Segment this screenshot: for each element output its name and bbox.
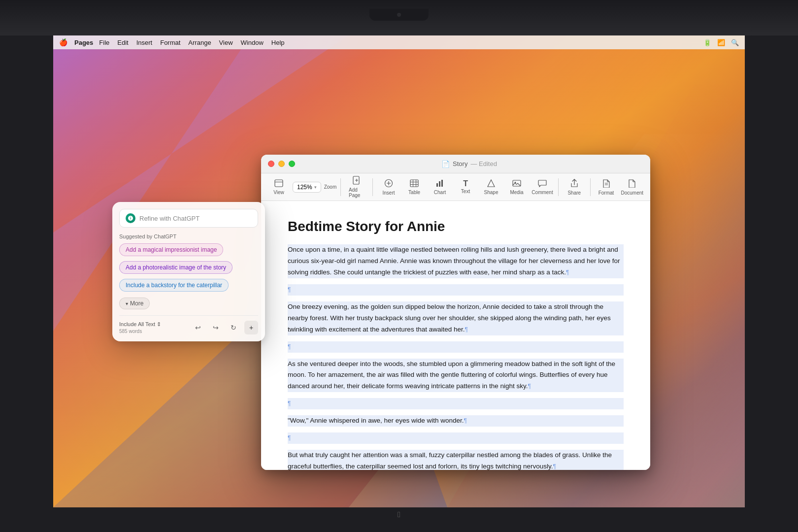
svg-rect-18 [436,183,438,187]
title-text: Story [453,160,467,167]
paragraph-4: "Wow," Annie whispered in awe, her eyes … [288,415,624,427]
app-name[interactable]: Pages [74,39,93,46]
insert-label: Insert [383,190,395,196]
add-page-icon [352,176,361,186]
document-toolbar-icon [628,179,636,189]
more-label: More [130,300,143,307]
suggested-by-label: Suggested by ChatGPT [119,233,258,239]
text-icon: T [463,180,468,188]
search-icon[interactable]: 🔍 [731,39,739,46]
shape-label: Shape [484,190,499,195]
title-subtitle: — Edited [470,160,497,167]
paragraph-2: One breezy evening, as the golden sun di… [288,301,624,335]
chatgpt-input-row[interactable]: Refine with ChatGPT [119,209,258,228]
svg-rect-5 [275,180,283,187]
format-label: Format [598,190,614,196]
media-icon [512,179,521,189]
toolbar-divider-2 [372,178,373,196]
comment-label: Comment [532,190,553,195]
view-label: View [273,190,284,195]
toolbar-format[interactable]: Format [595,177,618,198]
menu-view[interactable]: View [215,38,237,47]
toolbar-document[interactable]: Document [620,177,645,198]
document-title: Bedtime Story for Annie [288,219,624,234]
share-label: Share [567,190,581,196]
toolbar-divider-3 [558,178,559,196]
zoom-value: 125% [297,184,312,191]
menu-format[interactable]: Format [156,38,184,47]
add-page-label: Add Page [349,187,365,198]
word-count: 585 words [119,329,161,334]
include-all-text[interactable]: Include All Text ⇕ [119,321,161,328]
chart-label: Chart [434,190,446,195]
paragraph-break-4: ¶ [288,432,624,444]
text-label: Text [461,189,470,194]
paragraph-break-3: ¶ [288,398,624,409]
suggestions-container: Add a magical impressionist image Add a … [119,243,258,309]
undo-button[interactable]: ↩ [191,321,205,334]
suggestion-photorealistic[interactable]: Add a photorealistic image of the story [119,261,233,274]
panel-footer: Include All Text ⇕ 585 words ↩ ↪ ↻ + [119,315,258,334]
close-button[interactable] [268,161,274,167]
format-icon [602,179,610,189]
include-all-text-label: Include All Text ⇕ [119,321,161,328]
toolbar-text[interactable]: T Text [454,178,477,196]
window-controls [268,161,295,167]
footer-actions: ↩ ↪ ↻ + [191,321,258,334]
apple-logo:  [398,510,400,519]
toolbar-insert[interactable]: Insert [377,177,400,198]
toolbar-shape[interactable]: Shape [479,177,503,197]
toolbar-comment[interactable]: Comment [531,177,554,197]
menu-edit[interactable]: Edit [113,38,132,47]
zoom-control[interactable]: 125% ▾ [293,182,321,193]
chatgpt-logo [126,213,135,223]
more-button[interactable]: ▾ More [119,298,150,309]
paragraph-1: Once upon a time, in a quaint little vil… [288,244,624,278]
document-content: Bedtime Story for Annie Once upon a time… [261,201,650,470]
svg-marker-21 [488,180,495,187]
refresh-button[interactable]: ↻ [227,321,240,334]
chatgpt-input-placeholder: Refine with ChatGPT [139,215,252,222]
media-label: Media [510,190,523,195]
toolbar-share[interactable]: Share [563,177,586,198]
minimize-button[interactable] [278,161,285,167]
maximize-button[interactable] [289,161,295,167]
document-label: Document [621,190,643,196]
menu-help[interactable]: Help [267,38,289,47]
window-titlebar: 📄 Story — Edited [261,155,650,173]
chevron-down-icon: ▾ [126,301,128,306]
footer-left: Include All Text ⇕ 585 words [119,321,161,334]
chatgpt-panel: Refine with ChatGPT Suggested by ChatGPT… [112,202,265,341]
menu-insert[interactable]: Insert [133,38,157,47]
document-icon: 📄 [441,160,450,168]
add-button[interactable]: + [244,321,258,334]
view-icon [274,179,283,189]
toolbar-table[interactable]: Table [402,177,426,197]
toolbar-view[interactable]: View [267,177,291,197]
svg-rect-13 [410,180,418,187]
zoom-label: Zoom [324,184,337,190]
svg-rect-20 [441,180,443,187]
apple-menu[interactable]: 🍎 [59,38,67,46]
battery-icon: 🔋 [703,39,711,46]
window-title: 📄 Story — Edited [295,160,643,168]
paragraph-3: As she ventured deeper into the woods, s… [288,359,624,393]
zoom-arrow: ▾ [314,185,317,190]
insert-icon [384,179,393,189]
pages-window: 📄 Story — Edited View 125% ▾ Zoom [261,155,650,470]
wifi-icon: 📶 [717,39,725,46]
toolbar-media[interactable]: Media [505,177,529,197]
suggestion-backstory[interactable]: Include a backstory for the caterpillar [119,279,229,292]
redo-button[interactable]: ↪ [209,321,223,334]
paragraph-break-2: ¶ [288,341,624,353]
menu-file[interactable]: File [95,38,113,47]
menubar: 🍎 Pages File Edit Insert Format Arrange … [53,35,745,49]
toolbar-add-page[interactable]: Add Page [345,174,368,200]
toolbar-chart[interactable]: Chart [428,177,452,197]
svg-rect-6 [275,182,283,182]
menu-window[interactable]: Window [237,38,267,47]
suggestion-magical[interactable]: Add a magical impressionist image [119,243,223,256]
toolbar-divider-1 [340,178,341,196]
menu-arrange[interactable]: Arrange [184,38,215,47]
chart-icon [435,179,444,189]
